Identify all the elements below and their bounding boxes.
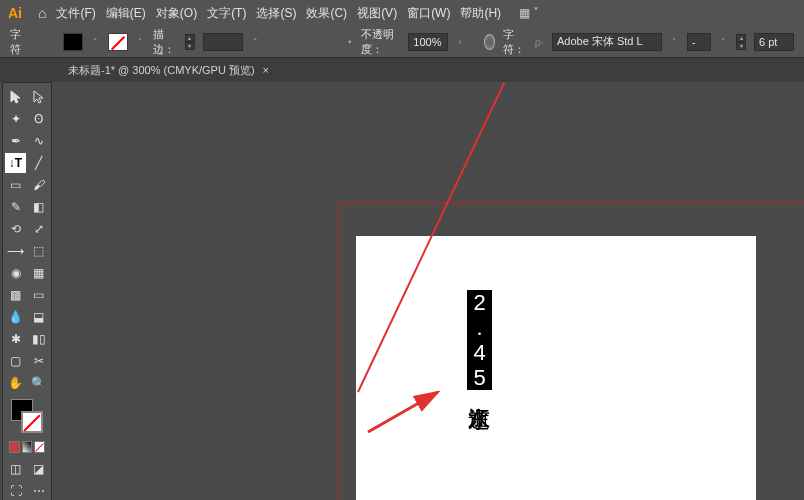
draw-mode-behind[interactable]: ◪ xyxy=(28,459,49,479)
canvas-area[interactable]: 滚滚2.45江东逝水 xyxy=(58,82,804,500)
edit-toolbar[interactable]: ⋯ xyxy=(28,481,49,500)
selection-tool[interactable] xyxy=(5,87,26,107)
stroke-dropdown-icon[interactable]: ˅ xyxy=(136,37,145,47)
perspective-tool[interactable]: ▦ xyxy=(28,263,49,283)
stroke-weight-stepper[interactable]: ▴▾ xyxy=(185,34,195,50)
curvature-tool[interactable]: ∿ xyxy=(28,131,49,151)
gradient-tool[interactable]: ▭ xyxy=(28,285,49,305)
stroke-swatch[interactable] xyxy=(108,33,128,51)
search-icon: ρ· xyxy=(535,36,544,48)
screen-mode[interactable]: ⛶ xyxy=(5,481,26,500)
line-tool[interactable]: ╱ xyxy=(28,153,49,173)
menu-edit[interactable]: 编辑(E) xyxy=(106,5,146,22)
none-mode-icon[interactable] xyxy=(34,441,45,453)
color-wells[interactable] xyxy=(9,399,45,433)
menu-file[interactable]: 文件(F) xyxy=(56,5,95,22)
home-icon[interactable]: ⌂ xyxy=(38,5,46,21)
font-family-input[interactable] xyxy=(552,33,662,51)
font-style-dropdown-icon[interactable]: ˅ xyxy=(719,37,728,47)
menu-help[interactable]: 帮助(H) xyxy=(460,5,501,22)
workspace-switcher-icon[interactable]: ▦ ˅ xyxy=(519,6,539,20)
globe-icon[interactable] xyxy=(484,34,496,50)
artboard[interactable] xyxy=(356,236,756,500)
menu-select[interactable]: 选择(S) xyxy=(256,5,296,22)
draw-mode-normal[interactable]: ◫ xyxy=(5,459,26,479)
menu-window[interactable]: 窗口(W) xyxy=(407,5,450,22)
app-logo: Ai xyxy=(8,5,28,21)
options-bar: 字符 ˅ ˅ 描边： ▴▾ ˅ • 不透明度： › 字符： ρ· ˅ ˅ ▴▾ xyxy=(0,26,804,58)
vertical-text-object[interactable]: 滚滚2.45江东逝水 xyxy=(468,290,491,390)
rectangle-tool[interactable]: ▭ xyxy=(5,175,26,195)
symbol-sprayer-tool[interactable]: ✱ xyxy=(5,329,26,349)
font-size-input[interactable] xyxy=(754,33,794,51)
opacity-dropdown-icon[interactable]: › xyxy=(456,37,463,47)
paintbrush-tool[interactable]: 🖌 xyxy=(28,175,49,195)
menu-effect[interactable]: 效果(C) xyxy=(306,5,347,22)
shaper-tool[interactable]: ✎ xyxy=(5,197,26,217)
lasso-tool[interactable]: ʘ xyxy=(28,109,49,129)
text-selected: 2.45 xyxy=(467,290,492,390)
font-size-stepper[interactable]: ▴▾ xyxy=(736,34,746,50)
document-tab-title: 未标题-1* @ 300% (CMYK/GPU 预览) xyxy=(68,63,255,78)
fill-dropdown-icon[interactable]: ˅ xyxy=(91,37,100,47)
direct-selection-tool[interactable] xyxy=(28,87,49,107)
shape-builder-tool[interactable]: ◉ xyxy=(5,263,26,283)
graph-tool[interactable]: ▮▯ xyxy=(28,329,49,349)
document-tab[interactable]: 未标题-1* @ 300% (CMYK/GPU 预览) × xyxy=(60,63,277,78)
eyedropper-tool[interactable]: 💧 xyxy=(5,307,26,327)
color-mode-row xyxy=(5,439,49,455)
stroke-weight-dropdown-icon[interactable]: ˅ xyxy=(251,37,260,47)
font-family-dropdown-icon[interactable]: ˅ xyxy=(670,37,679,47)
mesh-tool[interactable]: ▩ xyxy=(5,285,26,305)
main-menu-bar: Ai ⌂ 文件(F) 编辑(E) 对象(O) 文字(T) 选择(S) 效果(C)… xyxy=(0,0,804,26)
blend-tool[interactable]: ⬓ xyxy=(28,307,49,327)
width-tool[interactable]: ⟶ xyxy=(5,241,26,261)
zoom-tool[interactable]: 🔍 xyxy=(28,373,49,393)
stroke-color-well[interactable] xyxy=(21,411,43,433)
eraser-tool[interactable]: ◧ xyxy=(28,197,49,217)
tool-panel: ✦ʘ ✒∿ ↓T╱ ▭🖌 ✎◧ ⟲⤢ ⟶⬚ ◉▦ ▩▭ 💧⬓ ✱▮▯ ▢✂ ✋🔍… xyxy=(2,82,52,500)
type-tool[interactable]: ↓T xyxy=(5,153,26,173)
color-mode-icon[interactable] xyxy=(9,441,20,453)
panel-label: 字符 xyxy=(10,27,26,57)
char-label: 字符： xyxy=(503,27,526,57)
opacity-input[interactable] xyxy=(408,33,448,51)
slice-tool[interactable]: ✂ xyxy=(28,351,49,371)
document-tab-bar: 未标题-1* @ 300% (CMYK/GPU 预览) × xyxy=(0,58,804,82)
close-icon[interactable]: × xyxy=(263,64,269,76)
opacity-label: 不透明度： xyxy=(361,27,400,57)
pen-tool[interactable]: ✒ xyxy=(5,131,26,151)
stroke-label: 描边： xyxy=(153,27,176,57)
hand-tool[interactable]: ✋ xyxy=(5,373,26,393)
gradient-mode-icon[interactable] xyxy=(22,441,33,453)
artboard-tool[interactable]: ▢ xyxy=(5,351,26,371)
rotate-tool[interactable]: ⟲ xyxy=(5,219,26,239)
magic-wand-tool[interactable]: ✦ xyxy=(5,109,26,129)
font-style-input[interactable] xyxy=(687,33,711,51)
fill-swatch[interactable] xyxy=(63,33,83,51)
menu-view[interactable]: 视图(V) xyxy=(357,5,397,22)
stroke-weight-input[interactable] xyxy=(203,33,243,51)
scale-tool[interactable]: ⤢ xyxy=(28,219,49,239)
menu-object[interactable]: 对象(O) xyxy=(156,5,197,22)
menu-type[interactable]: 文字(T) xyxy=(207,5,246,22)
free-transform-tool[interactable]: ⬚ xyxy=(28,241,49,261)
